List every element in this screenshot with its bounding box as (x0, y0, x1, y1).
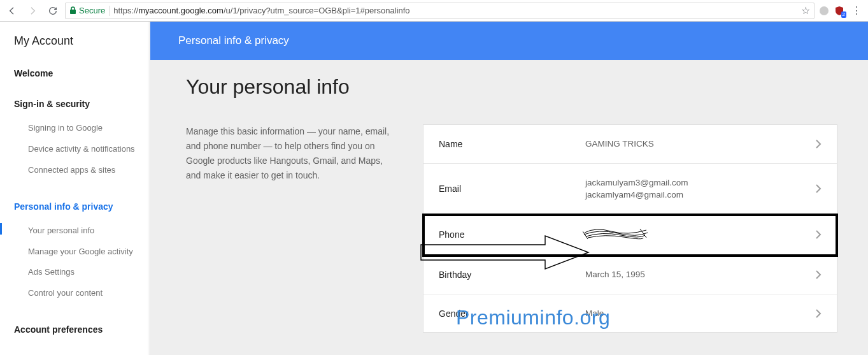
row-gender-value: Male (585, 307, 815, 320)
svg-point-1 (820, 6, 829, 15)
email-secondary: jackamlyam4@gmail.com (585, 189, 815, 201)
page-title: Your personal info (186, 75, 837, 99)
lock-icon (69, 6, 76, 15)
forward-button[interactable] (24, 3, 41, 19)
chevron-right-icon (815, 270, 822, 280)
chevron-right-icon (815, 139, 822, 149)
email-primary: jackamulyam3@gmail.com (585, 177, 815, 189)
browser-menu-button[interactable]: ⋮ (849, 4, 864, 17)
address-bar[interactable]: Secure https://myaccount.google.com/u/1/… (65, 3, 815, 19)
sidebar-section-welcome: Welcome (0, 68, 150, 78)
chevron-right-icon (815, 308, 822, 319)
sidebar-link-signing-in[interactable]: Signing in to Google (14, 118, 136, 139)
row-birthday-value: March 15, 1995 (585, 268, 815, 281)
brand-title[interactable]: My Account (0, 32, 150, 48)
hero-title: Personal info & privacy (178, 34, 289, 47)
secure-label: Secure (79, 6, 105, 15)
bookmark-star-icon[interactable]: ☆ (801, 4, 810, 17)
secure-indicator: Secure (69, 6, 105, 15)
extension-badge: 2 (841, 11, 846, 18)
hero-banner: Personal info & privacy (150, 22, 868, 60)
row-name-label: Name (439, 139, 585, 149)
sidebar-head-privacy[interactable]: Personal info & privacy (14, 201, 136, 212)
row-birthday[interactable]: Birthday March 15, 1995 (423, 256, 837, 294)
sidebar: My Account Welcome Sign-in & security Si… (0, 22, 150, 355)
row-name[interactable]: Name GAMING TRICKS (423, 125, 837, 164)
sidebar-section-privacy: Personal info & privacy Your personal in… (0, 201, 150, 305)
row-phone-value (585, 228, 815, 243)
row-email-label: Email (439, 184, 585, 194)
sidebar-head-preferences[interactable]: Account preferences (14, 324, 136, 335)
url-text: https://myaccount.google.com/u/1/privacy… (113, 6, 797, 15)
row-email[interactable]: Email jackamulyam3@gmail.com jackamlyam4… (423, 164, 837, 215)
sidebar-head-signin[interactable]: Sign-in & security (14, 99, 136, 109)
sidebar-link-connected-apps[interactable]: Connected apps & sites (14, 160, 136, 181)
active-indicator (0, 223, 2, 235)
row-phone[interactable]: Phone (423, 215, 837, 256)
row-email-value: jackamulyam3@gmail.com jackamlyam4@gmail… (585, 177, 815, 201)
sidebar-link-ads-settings[interactable]: Ads Settings (14, 262, 136, 283)
content-row: Manage this basic information — your nam… (186, 124, 837, 333)
sidebar-link-personal-info[interactable]: Your personal info (14, 221, 136, 242)
row-birthday-label: Birthday (439, 270, 585, 280)
page: My Account Welcome Sign-in & security Si… (0, 22, 868, 355)
svg-rect-0 (70, 10, 76, 14)
sidebar-head-welcome[interactable]: Welcome (14, 68, 136, 78)
row-gender[interactable]: Gender Male (423, 294, 837, 333)
description: Manage this basic information — your nam… (186, 124, 396, 183)
main: Personal info & privacy Your personal in… (150, 22, 868, 355)
content: Your personal info Manage this basic inf… (150, 60, 868, 333)
row-gender-label: Gender (439, 308, 585, 319)
chevron-right-icon (815, 229, 822, 240)
sidebar-section-signin: Sign-in & security Signing in to Google … (0, 99, 150, 181)
back-button[interactable] (4, 3, 20, 19)
extension-icon-ublock[interactable]: 2 (834, 5, 845, 17)
row-phone-label: Phone (439, 229, 585, 240)
extension-icon-1[interactable] (818, 5, 830, 17)
browser-toolbar: Secure https://myaccount.google.com/u/1/… (0, 0, 868, 22)
info-card: Name GAMING TRICKS Email jackamulyam3@gm… (423, 124, 837, 333)
sidebar-section-preferences: Account preferences (0, 324, 150, 335)
row-name-value: GAMING TRICKS (585, 138, 815, 150)
redacted-scribble (585, 228, 646, 239)
sidebar-link-device-activity[interactable]: Device activity & notifications (14, 139, 136, 160)
divider (109, 6, 110, 16)
chevron-right-icon (815, 184, 822, 194)
sidebar-link-google-activity[interactable]: Manage your Google activity (14, 242, 136, 263)
sidebar-link-control-content[interactable]: Control your content (14, 283, 136, 304)
reload-button[interactable] (45, 3, 61, 19)
